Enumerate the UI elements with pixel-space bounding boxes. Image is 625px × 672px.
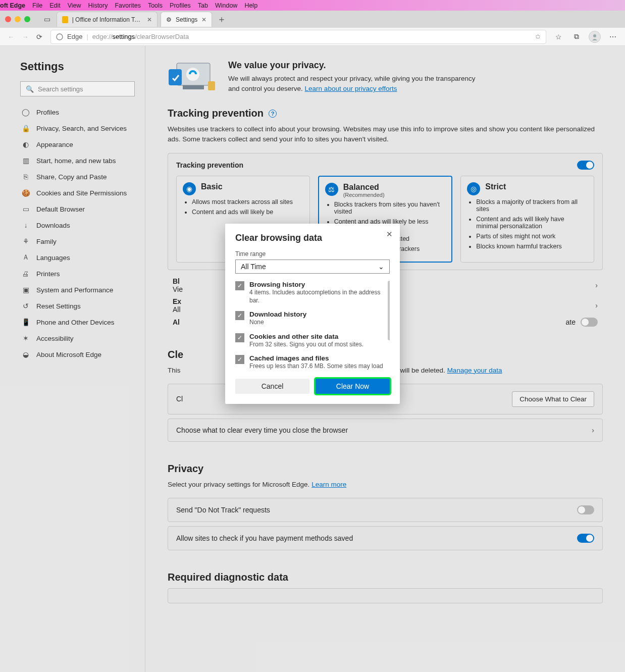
mac-menu-help[interactable]: Help — [241, 2, 261, 9]
checkbox-icon[interactable]: ✓ — [235, 311, 244, 320]
reload-button[interactable]: ⟳ — [32, 30, 46, 44]
tab-settings[interactable]: ⚙ Settings ✕ — [161, 12, 212, 27]
privacy-learn-more-link[interactable]: Learn more — [311, 481, 346, 488]
url-path-rest: /clearBrowserData — [135, 33, 189, 40]
sidebar-item-phone[interactable]: 📱Phone and Other Devices — [20, 316, 135, 329]
option-browsing-history[interactable]: ✓ Browsing history 4 items. Includes aut… — [235, 281, 387, 304]
svg-point-0 — [57, 34, 63, 40]
time-range-label: Time range — [235, 250, 390, 257]
option-title: Cookies and other site data — [249, 333, 363, 340]
sidebar-item-share[interactable]: ⎘Share, Copy and Paste — [20, 170, 135, 183]
help-icon[interactable]: ? — [269, 110, 277, 118]
sidebar-item-appearance[interactable]: ◐Appearance — [20, 138, 135, 151]
do-not-track-toggle[interactable] — [577, 505, 594, 514]
chevron-right-icon[interactable]: › — [595, 301, 598, 309]
sidebar-item-about[interactable]: ◒About Microsoft Edge — [20, 348, 135, 361]
back-button[interactable]: ← — [4, 30, 18, 44]
checkbox-icon[interactable]: ✓ — [235, 355, 244, 364]
clear-now-button[interactable]: Clear Now — [316, 379, 390, 394]
favorite-page-icon[interactable]: ✩ — [535, 33, 541, 40]
browser-icon: ▭ — [21, 204, 30, 214]
close-tab-icon[interactable]: ✕ — [201, 16, 206, 23]
sidebar-item-system[interactable]: ▣System and Performance — [20, 283, 135, 296]
option-cookies[interactable]: ✓ Cookies and other site data From 32 si… — [235, 333, 387, 348]
sidebar-item-printers[interactable]: 🖨Printers — [20, 267, 135, 280]
chevron-down-icon: ⌄ — [378, 263, 384, 271]
svg-rect-3 — [183, 85, 204, 89]
tracking-prevention-toggle[interactable] — [577, 161, 594, 170]
sidebar-item-accessibility[interactable]: ✶Accessibility — [20, 332, 135, 345]
mac-menu-history[interactable]: History — [85, 2, 112, 9]
cancel-button[interactable]: Cancel — [235, 379, 309, 394]
forward-button[interactable]: → — [18, 30, 32, 44]
strict-inprivate-toggle[interactable] — [581, 318, 598, 327]
sidebar-item-privacy[interactable]: 🔒Privacy, Search, and Services — [20, 122, 135, 135]
sidebar-item-label: Downloads — [36, 222, 70, 229]
option-title: Cached images and files — [249, 354, 387, 362]
minimize-window-icon[interactable] — [15, 16, 21, 22]
time-range-select[interactable]: All Time ⌄ — [235, 260, 390, 274]
sidebar-item-start[interactable]: ▥Start, home, and new tabs — [20, 154, 135, 167]
privacy-efforts-link[interactable]: Learn about our privacy efforts — [305, 85, 397, 92]
mac-menu-view[interactable]: View — [64, 2, 85, 9]
window-icon: ▥ — [21, 156, 30, 165]
choose-what-to-clear-button[interactable]: Choose What to Clear — [512, 391, 594, 407]
mac-menu-favorites[interactable]: Favorites — [111, 2, 144, 9]
sidebar-item-downloads[interactable]: ↓Downloads — [20, 219, 135, 232]
mac-menu-edit[interactable]: Edit — [46, 2, 64, 9]
row-title: Allow sites to check if you have payment… — [176, 534, 353, 542]
card-title: Basic — [201, 182, 223, 191]
sidebar-item-cookies[interactable]: 🍪Cookies and Site Permissions — [20, 186, 135, 199]
page: Settings 🔍 Search settings ◯Profiles 🔒Pr… — [0, 46, 625, 672]
clear-on-close-row[interactable]: Choose what to clear every time you clos… — [168, 419, 603, 442]
mac-menu-profiles[interactable]: Profiles — [166, 2, 194, 9]
sidebar-item-family[interactable]: ⚘Family — [20, 235, 135, 248]
search-input[interactable]: 🔍 Search settings — [20, 81, 135, 96]
mac-menu-file[interactable]: File — [29, 2, 46, 9]
checkbox-icon[interactable]: ✓ — [235, 333, 244, 342]
address-bar[interactable]: Edge | edge://settings/clearBrowserData … — [50, 30, 546, 44]
privacy-heading: Privacy — [168, 463, 603, 475]
checkbox-icon[interactable]: ✓ — [235, 281, 244, 290]
window-controls[interactable] — [5, 16, 30, 22]
option-title: Browsing history — [249, 281, 387, 288]
new-tab-button[interactable]: ＋ — [215, 13, 228, 26]
blocked-trackers-title: Bl — [173, 277, 180, 285]
mac-menu-app[interactable]: oft Edge — [0, 2, 29, 9]
lock-icon: 🔒 — [21, 124, 30, 133]
tab-title: Settings — [176, 16, 197, 23]
favorites-icon[interactable]: ☆ — [550, 29, 566, 44]
option-download-history[interactable]: ✓ Download history None — [235, 311, 387, 326]
mac-menu-tab[interactable]: Tab — [194, 2, 212, 9]
shield-strict-icon: ◎ — [467, 182, 480, 195]
close-tab-icon[interactable]: ✕ — [147, 16, 152, 23]
close-modal-icon[interactable]: ✕ — [386, 230, 393, 239]
accessibility-icon: ✶ — [21, 334, 30, 343]
profile-avatar[interactable] — [587, 29, 603, 44]
sidebar-item-languages[interactable]: ＡLanguages — [20, 251, 135, 264]
reset-icon: ↺ — [21, 301, 30, 311]
always-strict-suffix: ate — [566, 318, 576, 326]
tab-overview-icon[interactable]: ▭ — [40, 15, 54, 23]
maximize-window-icon[interactable] — [24, 16, 30, 22]
manage-your-data-link[interactable]: Manage your data — [447, 367, 502, 374]
sidebar-item-label: Privacy, Search, and Services — [36, 125, 127, 132]
payment-check-toggle[interactable] — [577, 534, 594, 543]
chevron-right-icon[interactable]: › — [595, 281, 598, 289]
collections-icon[interactable]: ⧉ — [568, 29, 585, 44]
sidebar-item-default-browser[interactable]: ▭Default Browser — [20, 202, 135, 216]
scrollbar[interactable] — [388, 281, 390, 340]
privacy-description: Select your privacy settings for Microso… — [168, 480, 603, 490]
panel-label: Tracking prevention — [176, 161, 243, 169]
sidebar-item-reset[interactable]: ↺Reset Settings — [20, 299, 135, 313]
sidebar-item-profiles[interactable]: ◯Profiles — [20, 106, 135, 119]
tab-office[interactable]: | Office of Information Technol... ✕ — [57, 12, 158, 27]
payment-methods-row: Allow sites to check if you have payment… — [168, 526, 603, 550]
option-cache[interactable]: ✓ Cached images and files Frees up less … — [235, 354, 387, 372]
mac-menu-tools[interactable]: Tools — [144, 2, 166, 9]
close-window-icon[interactable] — [5, 16, 11, 22]
tracking-card-strict[interactable]: ◎Strict Blocks a majority of trackers fr… — [460, 176, 594, 263]
mac-menu-window[interactable]: Window — [212, 2, 241, 9]
tracking-prevention-heading: Tracking prevention ? — [168, 108, 603, 119]
more-menu-icon[interactable]: ⋯ — [605, 29, 621, 44]
